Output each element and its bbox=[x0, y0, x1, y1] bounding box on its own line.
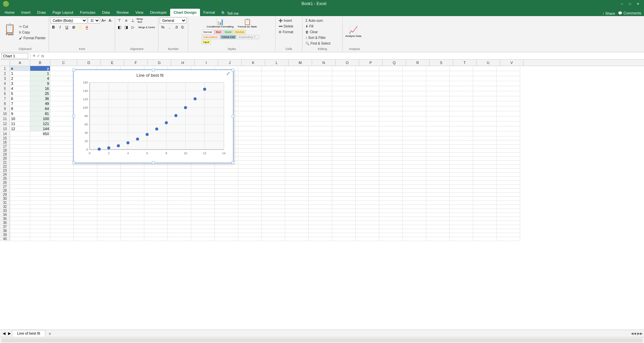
cell-r33c6[interactable] bbox=[121, 209, 144, 213]
cell-r23c4[interactable] bbox=[74, 169, 97, 173]
cell-r11c13[interactable] bbox=[285, 116, 309, 121]
cell-r26c1[interactable] bbox=[10, 181, 30, 185]
cell-r32c5[interactable] bbox=[97, 205, 121, 209]
cell-r21c17[interactable] bbox=[379, 161, 403, 165]
col-header-u[interactable]: U bbox=[477, 60, 500, 66]
cell-r16c14[interactable] bbox=[309, 140, 332, 145]
resize-handle-e[interactable] bbox=[232, 115, 234, 118]
cell-r27c11[interactable] bbox=[238, 185, 262, 189]
cell-r29c21[interactable] bbox=[473, 193, 497, 197]
cell-r7c12[interactable] bbox=[262, 96, 285, 101]
cell-r5c15[interactable] bbox=[332, 86, 356, 91]
cell-r34c7[interactable] bbox=[144, 213, 168, 217]
cell-r3c3[interactable] bbox=[50, 76, 74, 81]
cell-r37c22[interactable] bbox=[497, 225, 520, 229]
cell-r10c15[interactable] bbox=[332, 111, 356, 116]
row-header-23[interactable]: 23 bbox=[0, 169, 10, 173]
cell-r37c10[interactable] bbox=[215, 225, 238, 229]
cell-r28c3[interactable] bbox=[50, 189, 74, 193]
row-header-35[interactable]: 35 bbox=[0, 217, 10, 221]
cell-r18c20[interactable] bbox=[450, 149, 473, 153]
cell-r35c16[interactable] bbox=[356, 217, 379, 221]
cell-r35c13[interactable] bbox=[285, 217, 309, 221]
cell-r8c22[interactable] bbox=[497, 101, 520, 106]
style-good[interactable]: Good bbox=[223, 30, 233, 34]
sort-filter-button[interactable]: ↕ Sort & Filter bbox=[304, 35, 332, 40]
add-sheet-button[interactable]: + bbox=[46, 330, 54, 337]
cell-r24c22[interactable] bbox=[497, 173, 520, 177]
cell-r36c20[interactable] bbox=[450, 221, 473, 225]
cell-r11c15[interactable] bbox=[332, 116, 356, 121]
cell-r32c21[interactable] bbox=[473, 205, 497, 209]
cell-r33c19[interactable] bbox=[426, 209, 450, 213]
cell-r38c11[interactable] bbox=[238, 229, 262, 233]
cell-r33c14[interactable] bbox=[309, 209, 332, 213]
cell-r34c11[interactable] bbox=[238, 213, 262, 217]
cell-r29c1[interactable] bbox=[10, 193, 30, 197]
cell-r22c15[interactable] bbox=[332, 165, 356, 169]
cell-r19c11[interactable] bbox=[238, 153, 262, 157]
cell-r24c7[interactable] bbox=[144, 173, 168, 177]
cell-r38c7[interactable] bbox=[144, 229, 168, 233]
cell-r28c16[interactable] bbox=[356, 189, 379, 193]
cell-r18c17[interactable] bbox=[379, 149, 403, 153]
cell-r19c21[interactable] bbox=[473, 153, 497, 157]
cell-r34c18[interactable] bbox=[403, 213, 426, 217]
cell-r4c22[interactable] bbox=[497, 81, 520, 86]
cell-r13c21[interactable] bbox=[473, 126, 497, 131]
comma-button[interactable]: , bbox=[166, 24, 172, 30]
cell-r38c4[interactable] bbox=[74, 229, 97, 233]
cell-r21c16[interactable] bbox=[356, 161, 379, 165]
accept-formula-button[interactable]: ✓ bbox=[37, 54, 40, 58]
cell-r13c1[interactable]: 12 bbox=[10, 126, 30, 131]
cell-r19c19[interactable] bbox=[426, 153, 450, 157]
cell-r17c1[interactable] bbox=[10, 145, 30, 149]
cell-r36c9[interactable] bbox=[191, 221, 215, 225]
cell-r9c18[interactable] bbox=[403, 106, 426, 111]
cell-r37c14[interactable] bbox=[309, 225, 332, 229]
cell-r9c1[interactable]: 8 bbox=[10, 106, 30, 111]
underline-button[interactable]: U bbox=[64, 24, 70, 30]
cell-r35c15[interactable] bbox=[332, 217, 356, 221]
cell-r16c12[interactable] bbox=[262, 140, 285, 145]
cell-r39c16[interactable] bbox=[356, 233, 379, 237]
cell-r7c16[interactable] bbox=[356, 96, 379, 101]
cell-r21c13[interactable] bbox=[285, 161, 309, 165]
cell-r10c11[interactable] bbox=[238, 111, 262, 116]
cell-r6c19[interactable] bbox=[426, 91, 450, 96]
cell-r31c21[interactable] bbox=[473, 201, 497, 205]
tab-view[interactable]: View bbox=[132, 9, 147, 16]
row-header-24[interactable]: 24 bbox=[0, 173, 10, 177]
cell-r13c13[interactable] bbox=[285, 126, 309, 131]
cell-r30c10[interactable] bbox=[215, 197, 238, 201]
cell-r12c11[interactable] bbox=[238, 121, 262, 126]
row-header-19[interactable]: 19 bbox=[0, 153, 10, 157]
cell-r27c1[interactable] bbox=[10, 185, 30, 189]
cell-r9c13[interactable] bbox=[285, 106, 309, 111]
bold-button[interactable]: B bbox=[50, 24, 56, 30]
cell-r23c5[interactable] bbox=[97, 169, 121, 173]
cell-r36c21[interactable] bbox=[473, 221, 497, 225]
cell-r30c18[interactable] bbox=[403, 197, 426, 201]
cell-r18c19[interactable] bbox=[426, 149, 450, 153]
cell-r24c4[interactable] bbox=[74, 173, 97, 177]
row-header-11[interactable]: 11 bbox=[0, 116, 10, 121]
cell-r32c16[interactable] bbox=[356, 205, 379, 209]
cell-r5c21[interactable] bbox=[473, 86, 497, 91]
cell-r28c11[interactable] bbox=[238, 189, 262, 193]
tab-developer[interactable]: Developer bbox=[147, 9, 170, 16]
cell-r3c2[interactable]: 4 bbox=[30, 76, 50, 81]
close-button[interactable]: ✕ bbox=[635, 1, 641, 6]
cell-r17c18[interactable] bbox=[403, 145, 426, 149]
cell-r23c22[interactable] bbox=[497, 169, 520, 173]
cell-r1c1[interactable]: x bbox=[10, 66, 30, 71]
cell-r40c6[interactable] bbox=[121, 237, 144, 241]
cell-r33c2[interactable] bbox=[30, 209, 50, 213]
cell-r18c22[interactable] bbox=[497, 149, 520, 153]
cell-r35c22[interactable] bbox=[497, 217, 520, 221]
cell-r9c19[interactable] bbox=[426, 106, 450, 111]
cell-r27c4[interactable] bbox=[74, 185, 97, 189]
col-header-s[interactable]: S bbox=[430, 60, 453, 66]
cell-r12c13[interactable] bbox=[285, 121, 309, 126]
cell-r36c17[interactable] bbox=[379, 221, 403, 225]
